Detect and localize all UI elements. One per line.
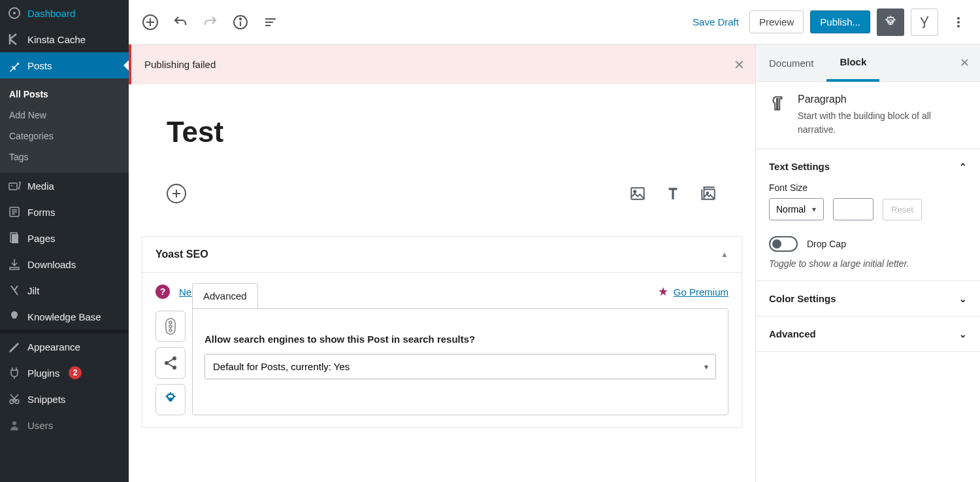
close-panel-button[interactable]: ✕ [949,56,980,70]
sidebar-item-label: Downloads [27,259,76,270]
svg-rect-16 [631,188,644,199]
sidebar-item-posts[interactable]: Posts [0,52,129,78]
drop-cap-label: Drop Cap [807,239,846,249]
sidebar-item-forms[interactable]: Forms [0,199,129,225]
yoast-toggle-button[interactable] [911,9,938,36]
sidebar-item-label: Snippets [27,394,65,405]
svg-point-13 [957,17,960,20]
sidebar-item-pages[interactable]: Pages [0,225,129,251]
sidebar-item-label: Posts [27,60,52,71]
sidebar-item-plugins[interactable]: Plugins 2 [0,360,129,386]
font-size-select[interactable]: Normal [769,198,824,220]
yoast-tab-advanced[interactable] [155,384,186,415]
go-premium-link[interactable]: Go Premium [674,286,728,298]
svg-point-15 [957,25,960,27]
submenu-tags[interactable]: Tags [0,146,129,167]
sidebar-item-label: Knowledge Base [27,311,101,322]
more-menu-button[interactable] [945,9,972,36]
chevron-down-icon: ⌄ [959,329,967,339]
forms-icon [8,205,21,218]
redo-button[interactable] [197,9,224,36]
drop-cap-hint: Toggle to show a large initial letter. [769,258,967,269]
submenu-add-new[interactable]: Add New [0,105,129,126]
font-size-reset-button[interactable]: Reset [883,199,922,220]
svg-point-22 [169,325,172,328]
sidebar-item-label: Plugins [27,368,59,379]
color-settings-toggle[interactable]: Color Settings ⌄ [769,293,967,304]
svg-point-23 [169,329,172,332]
yoast-metabox: Yoast SEO ▲ ? Need help? ⌄ ★ Go Premium [142,236,742,428]
svg-rect-6 [12,234,18,243]
text-settings-toggle[interactable]: Text Settings ⌃ [769,161,967,172]
advanced-toggle[interactable]: Advanced ⌄ [769,328,967,339]
sidebar-item-label: Jilt [27,285,39,296]
downloads-icon [8,258,21,271]
undo-button[interactable] [167,9,194,36]
block-description: Start with the building block of all nar… [798,109,967,137]
sidebar-item-label: Appearance [27,341,80,353]
publish-button[interactable]: Publish... [810,10,870,33]
sidebar-item-appearance[interactable]: Appearance [0,334,129,360]
post-title[interactable]: Test [167,116,717,148]
sidebar-item-label: Pages [27,233,56,244]
admin-sidebar: Dashboard Kinsta Cache Posts All Posts A… [0,0,129,482]
sidebar-item-users[interactable]: Users [0,412,129,438]
sidebar-item-media[interactable]: Media [0,173,129,199]
gallery-block-icon[interactable] [699,184,717,203]
advanced-section: Advanced ⌄ [756,317,980,352]
yoast-advanced-tab-label[interactable]: Advanced [192,283,258,308]
search-engine-question: Allow search engines to show this Post i… [204,334,716,345]
add-block-button[interactable] [137,9,164,36]
pages-icon [8,232,21,245]
sidebar-item-downloads[interactable]: Downloads [0,251,129,277]
sidebar-item-jilt[interactable]: Jilt [0,277,129,303]
error-notice: Publishing failed ✕ [129,44,755,84]
sidebar-item-label: Users [27,420,53,431]
chevron-up-icon: ⌃ [959,162,967,172]
sidebar-item-kinsta[interactable]: Kinsta Cache [0,26,129,52]
svg-rect-2 [9,183,17,190]
submenu-all-posts[interactable]: All Posts [0,84,129,105]
font-size-input[interactable] [833,198,874,220]
sidebar-item-kb[interactable]: Knowledge Base [0,303,129,330]
dismiss-error-button[interactable]: ✕ [734,57,745,73]
sidebar-item-label: Forms [27,207,56,218]
plugins-icon [8,366,21,379]
sidebar-item-snippets[interactable]: Snippets [0,386,129,412]
posts-submenu: All Posts Add New Categories Tags [0,78,129,173]
star-icon: ★ [658,284,668,299]
yoast-tab-social[interactable] [155,347,186,379]
tab-document[interactable]: Document [756,46,826,80]
yoast-tab-readability[interactable] [155,311,186,342]
sidebar-item-dashboard[interactable]: Dashboard [0,0,129,26]
font-size-label: Font Size [769,182,967,193]
sidebar-item-label: Kinsta Cache [27,34,86,45]
yoast-toggle-header[interactable]: Yoast SEO ▲ [142,237,742,273]
content-info-button[interactable] [227,9,254,36]
svg-point-14 [957,21,960,24]
block-nav-button[interactable] [257,9,284,36]
users-icon [8,419,21,432]
yoast-title: Yoast SEO [155,249,208,260]
save-draft-button[interactable]: Save Draft [689,11,743,33]
tab-block[interactable]: Block [826,44,879,82]
drop-cap-toggle[interactable] [769,236,798,252]
panel-tabs: Document Block ✕ [756,44,980,82]
image-block-icon[interactable] [629,184,647,203]
preview-button[interactable]: Preview [749,10,804,33]
error-message: Publishing failed [144,59,216,70]
collapse-icon: ▲ [721,250,728,259]
search-engine-select[interactable]: Default for Posts, currently: Yes [204,354,716,379]
jilt-icon [8,284,21,297]
add-block-inline-button[interactable] [167,184,186,203]
svg-point-9 [12,421,16,425]
submenu-categories[interactable]: Categories [0,126,129,146]
media-icon [8,179,21,192]
heading-block-icon[interactable] [664,184,682,203]
settings-button[interactable] [877,9,904,36]
sidebar-item-label: Dashboard [27,8,75,19]
color-settings-section: Color Settings ⌄ [756,281,980,317]
main-area: Save Draft Preview Publish... Publishing… [129,0,980,482]
appearance-icon [8,340,21,353]
sidebar-item-label: Media [27,181,54,192]
